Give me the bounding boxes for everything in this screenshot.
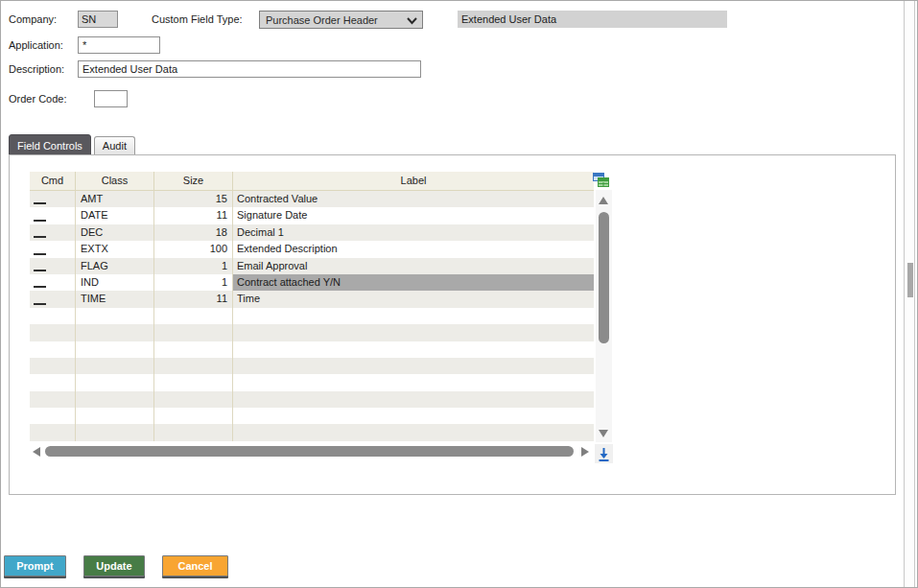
application-label: Application:	[9, 39, 63, 51]
cell-cmd[interactable]	[30, 207, 76, 223]
scroll-down-arrow-icon[interactable]	[599, 430, 608, 437]
empty-cell	[30, 424, 76, 440]
table-row[interactable]: AMT 15 Contracted Value	[30, 191, 594, 207]
empty-cell	[154, 424, 233, 440]
table-row[interactable]: IND 1 Contract attached Y/N	[30, 274, 594, 291]
empty-cell	[154, 308, 233, 324]
empty-cell	[154, 374, 233, 390]
table-row[interactable]: TIME 11 Time	[30, 291, 594, 307]
cell-label[interactable]: Decimal 1	[233, 224, 594, 241]
page-vertical-scrollbar[interactable]	[904, 1, 915, 587]
table-row[interactable]: FLAG 1 Email Approval	[30, 258, 594, 274]
cell-cmd[interactable]	[30, 241, 76, 257]
table-row[interactable]: EXTX 100 Extended Description	[30, 241, 594, 257]
page-scrollbar-thumb[interactable]	[907, 263, 913, 297]
empty-cell	[30, 374, 76, 390]
empty-cell	[233, 358, 594, 374]
cell-size[interactable]: 15	[154, 191, 233, 207]
table-body: AMT 15 Contracted Value DATE 11 Signatur…	[30, 191, 594, 441]
cell-label[interactable]: Extended Description	[233, 241, 594, 257]
cell-class[interactable]: AMT	[76, 191, 154, 207]
cell-label[interactable]: Time	[233, 291, 594, 307]
cmd-entry-line	[34, 286, 46, 288]
cell-label[interactable]: Contract attached Y/N	[233, 274, 594, 291]
cell-size[interactable]: 11	[154, 207, 233, 223]
update-button[interactable]: Update	[83, 555, 145, 576]
column-header-class[interactable]: Class	[76, 172, 154, 190]
cmd-entry-line	[34, 270, 46, 271]
empty-cell	[76, 374, 154, 390]
empty-cell	[233, 308, 594, 324]
grid-table-icon[interactable]	[592, 171, 610, 189]
table-empty-row	[30, 308, 594, 324]
empty-cell	[30, 391, 76, 408]
table-empty-row	[30, 358, 594, 374]
order-code-label: Order Code:	[9, 93, 67, 105]
cell-class[interactable]: DEC	[76, 224, 154, 241]
company-field[interactable]: SN	[78, 11, 118, 28]
scroll-up-arrow-icon[interactable]	[599, 197, 608, 204]
cell-size[interactable]: 100	[154, 241, 233, 257]
custom-field-setup-window: Company: SN Custom Field Type: Purchase …	[0, 0, 918, 588]
empty-cell	[30, 324, 76, 341]
table-horizontal-scrollbar[interactable]	[30, 443, 594, 459]
cell-cmd[interactable]	[30, 291, 76, 307]
cell-size[interactable]: 11	[154, 291, 233, 307]
cancel-button[interactable]: Cancel	[162, 555, 228, 576]
table-empty-row	[30, 341, 594, 358]
description-label: Description:	[9, 63, 64, 75]
column-header-label[interactable]: Label	[233, 172, 594, 190]
empty-cell	[30, 408, 76, 424]
cell-size[interactable]: 1	[154, 258, 233, 274]
empty-cell	[76, 408, 154, 424]
cell-class[interactable]: IND	[76, 274, 154, 291]
cell-class[interactable]: FLAG	[76, 258, 154, 274]
table-empty-row	[30, 324, 594, 341]
cmd-entry-line	[34, 303, 46, 305]
empty-cell	[76, 391, 154, 408]
empty-cell	[233, 408, 594, 424]
custom-field-type-display: Extended User Data	[458, 11, 727, 28]
company-label: Company:	[9, 13, 57, 25]
column-header-size[interactable]: Size	[154, 172, 233, 190]
order-code-field[interactable]	[94, 90, 128, 107]
table-vertical-scrollbar[interactable]	[596, 190, 612, 442]
cell-class[interactable]: TIME	[76, 291, 154, 307]
table-row[interactable]: DATE 11 Signature Date	[30, 207, 594, 223]
cell-size[interactable]: 1	[154, 274, 233, 291]
empty-cell	[76, 324, 154, 341]
cell-class[interactable]: EXTX	[76, 241, 154, 257]
empty-cell	[76, 308, 154, 324]
empty-cell	[30, 341, 76, 358]
cell-cmd[interactable]	[30, 274, 76, 291]
empty-cell	[233, 424, 594, 440]
cell-cmd[interactable]	[30, 224, 76, 241]
empty-cell	[154, 391, 233, 408]
cell-cmd[interactable]	[30, 191, 76, 207]
tab-bar: Field Controls Audit	[9, 134, 135, 155]
cell-label[interactable]: Signature Date	[233, 207, 594, 223]
custom-field-type-dropdown[interactable]: Purchase Order Header	[259, 11, 423, 29]
cell-cmd[interactable]	[30, 258, 76, 274]
description-field[interactable]: Extended User Data	[78, 60, 421, 78]
empty-cell	[233, 324, 594, 341]
tab-field-controls[interactable]: Field Controls	[9, 134, 91, 155]
prompt-button[interactable]: Prompt	[4, 555, 66, 576]
chevron-down-icon[interactable]	[407, 15, 417, 26]
column-header-cmd[interactable]: Cmd	[30, 172, 76, 190]
scroll-right-arrow-icon[interactable]	[581, 447, 589, 457]
horizontal-scrollbar-thumb[interactable]	[45, 446, 574, 457]
cell-label[interactable]: Email Approval	[233, 258, 594, 274]
scroll-to-bottom-icon[interactable]	[595, 444, 613, 463]
scroll-left-arrow-icon[interactable]	[33, 447, 40, 457]
vertical-scrollbar-thumb[interactable]	[599, 212, 609, 343]
custom-field-type-label: Custom Field Type:	[152, 13, 243, 25]
empty-cell	[154, 408, 233, 424]
empty-cell	[154, 324, 233, 341]
cell-label[interactable]: Contracted Value	[233, 191, 594, 207]
tab-audit[interactable]: Audit	[94, 136, 135, 155]
table-row[interactable]: DEC 18 Decimal 1	[30, 224, 594, 241]
cell-size[interactable]: 18	[154, 224, 233, 241]
application-field[interactable]: *	[78, 36, 160, 54]
cell-class[interactable]: DATE	[76, 207, 154, 223]
